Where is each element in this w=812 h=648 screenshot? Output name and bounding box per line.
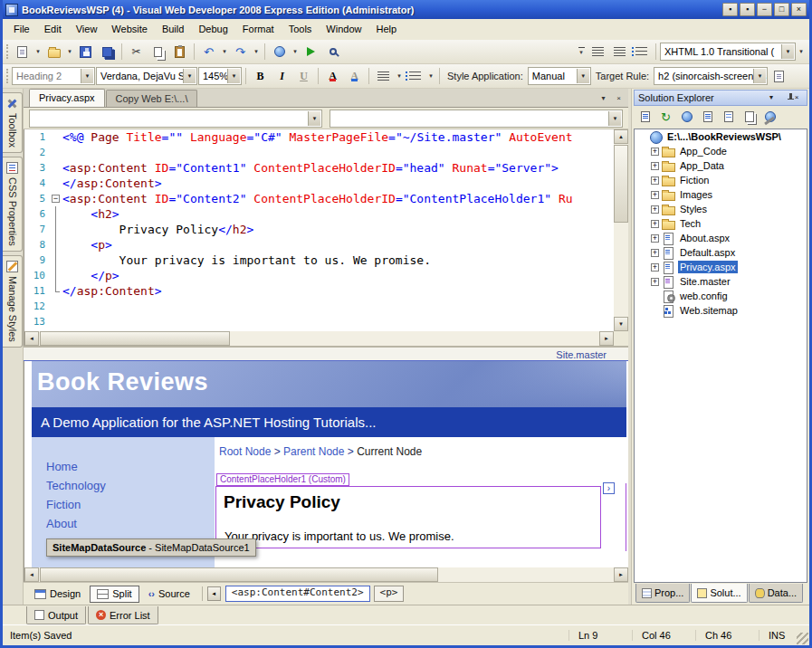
new-web-item-button[interactable]	[12, 42, 33, 62]
italic-button[interactable]: I	[272, 66, 292, 86]
breadcrumb-node[interactable]: Root Node	[219, 445, 271, 458]
copy-button[interactable]	[148, 42, 168, 62]
content-placeholder[interactable]: Privacy Policy Your privacy is important…	[215, 486, 601, 548]
chevron-down-icon[interactable]: ▼	[781, 44, 794, 59]
breadcrumb-node[interactable]: Parent Node	[283, 445, 344, 458]
tree-item[interactable]: +Default.aspx	[635, 245, 807, 260]
vertical-scrollbar[interactable]: ▲ ▼	[614, 129, 628, 331]
code-line[interactable]: 7 Privacy Policy</h2>	[24, 222, 614, 237]
smart-tag-button[interactable]: ›	[603, 482, 615, 494]
expander-icon[interactable]: +	[651, 205, 659, 214]
panel-tab-output[interactable]: Output	[26, 606, 86, 624]
redo-button[interactable]: ↷	[230, 42, 251, 62]
breadcrumb-node[interactable]: Current Node	[357, 445, 422, 458]
collapse-box[interactable]: −	[52, 195, 60, 203]
menu-item-format[interactable]: Format	[235, 19, 282, 40]
scroll-down-button[interactable]: ▼	[614, 317, 628, 331]
style-application-combo[interactable]: Manual ▼	[528, 67, 591, 85]
tool-window-title-bar[interactable]: Solution Explorer ▾ ×	[634, 90, 807, 106]
split-view-button[interactable]: Split	[90, 586, 139, 603]
open-file-button[interactable]	[43, 42, 64, 62]
menu-item-window[interactable]: Window	[319, 19, 368, 40]
start-debugging-button[interactable]	[301, 42, 321, 62]
expander-icon[interactable]: +	[651, 278, 659, 286]
aspnet-configuration-button[interactable]	[760, 108, 779, 126]
tree-item[interactable]: web.config	[635, 289, 807, 303]
master-page-label[interactable]: Site.master	[556, 349, 607, 360]
tree-item[interactable]: +Tech	[635, 216, 807, 231]
chevron-down-icon[interactable]: ▼	[183, 69, 196, 83]
underline-button[interactable]: U	[293, 66, 314, 86]
aux-button-1[interactable]: ▪	[722, 3, 738, 16]
scroll-right-button[interactable]: ►	[599, 331, 614, 346]
side-tab-manage-styles[interactable]: Manage Styles	[3, 255, 23, 348]
paste-button[interactable]	[169, 42, 190, 62]
aux-button-2[interactable]: ▪	[740, 3, 755, 16]
tree-item[interactable]: +About.aspx	[635, 231, 807, 245]
scroll-left-button[interactable]: ◄	[24, 331, 39, 346]
tool-tab-solut[interactable]: Solut...	[691, 584, 747, 603]
uncomment-button[interactable]	[609, 42, 630, 62]
design-view-button[interactable]: Design	[27, 586, 88, 603]
code-line[interactable]: 8 <p>	[24, 237, 614, 253]
expander-icon[interactable]: +	[651, 234, 659, 243]
tree-item[interactable]: +Styles	[635, 202, 807, 216]
tree-item[interactable]: +Images	[635, 187, 807, 202]
open-file-dropdown[interactable]: ▾	[65, 42, 74, 62]
nest-related-files-button[interactable]	[740, 108, 759, 126]
design-scroll-thumb[interactable]	[40, 567, 438, 582]
menu-item-tools[interactable]: Tools	[282, 19, 320, 40]
save-all-button[interactable]	[97, 42, 118, 62]
tree-item[interactable]: E:\...\BookReviewsWSP\	[635, 129, 807, 144]
menu-item-edit[interactable]: Edit	[37, 19, 69, 40]
list-button[interactable]	[405, 66, 425, 86]
list-dropdown[interactable]: ▾	[426, 66, 435, 86]
new-item-dropdown[interactable]: ▾	[33, 42, 43, 62]
comment-button[interactable]	[588, 42, 608, 62]
expander-icon[interactable]: +	[651, 191, 659, 199]
nav-link-about[interactable]: About	[32, 514, 215, 533]
properties-button[interactable]	[635, 108, 654, 126]
view-designer-button[interactable]	[719, 108, 738, 126]
design-horizontal-scrollbar[interactable]: ◄ ►	[24, 567, 628, 582]
code-surface[interactable]: 1<%@ Page Title="" Language="C#" MasterP…	[24, 129, 614, 331]
minimize-button[interactable]: −	[757, 3, 772, 16]
nav-link-home[interactable]: Home	[32, 457, 215, 476]
cut-button[interactable]: ✂	[126, 42, 147, 62]
tag-crumb[interactable]: <p>	[374, 586, 405, 602]
scroll-left-button[interactable]: ◄	[24, 567, 39, 582]
copy-web-site-button[interactable]	[677, 108, 696, 126]
scroll-right-button[interactable]: ►	[614, 567, 628, 582]
view-code-button[interactable]	[698, 108, 717, 126]
menu-item-debug[interactable]: Debug	[191, 19, 234, 40]
doctype-options-button[interactable]: ▾	[797, 42, 806, 62]
code-line[interactable]: 2	[24, 145, 614, 160]
tree-item[interactable]: +Privacy.aspx	[635, 260, 807, 274]
auto-hide-pin-button[interactable]	[778, 91, 790, 104]
expander-icon[interactable]: +	[651, 249, 659, 257]
close-document-button[interactable]: ×	[612, 91, 626, 105]
new-style-button[interactable]	[769, 66, 789, 86]
save-button[interactable]	[75, 42, 96, 62]
design-surface[interactable]: Book Reviews A Demo Application for the …	[24, 361, 628, 567]
code-line[interactable]: 4</asp:Content>	[24, 176, 614, 191]
font-color-button[interactable]: A	[322, 66, 343, 86]
side-tab-css-properties[interactable]: CSS Properties	[3, 157, 23, 252]
find-button[interactable]	[322, 42, 343, 62]
chevron-down-icon[interactable]: ▼	[577, 69, 589, 83]
code-line[interactable]: 11</asp:Content>	[24, 283, 614, 299]
tree-item[interactable]: +App_Data	[635, 158, 807, 173]
expander-icon[interactable]: +	[651, 263, 659, 272]
alignment-dropdown[interactable]: ▾	[395, 66, 404, 86]
tree-item[interactable]: Web.sitemap	[635, 303, 807, 318]
undo-button[interactable]: ↶	[198, 42, 219, 62]
vertical-scroll-thumb[interactable]	[614, 145, 628, 223]
menu-item-help[interactable]: Help	[368, 19, 404, 40]
nav-link-technology[interactable]: Technology	[32, 476, 215, 495]
tag-crumb[interactable]: <asp:Content#Content2>	[225, 586, 370, 602]
tag-navigator-back-button[interactable]: ◄	[207, 586, 221, 601]
code-line[interactable]: 1<%@ Page Title="" Language="C#" MasterP…	[24, 129, 614, 145]
menu-item-view[interactable]: View	[69, 19, 105, 40]
scroll-up-button[interactable]: ▲	[614, 129, 628, 144]
horizontal-scroll-thumb[interactable]	[40, 331, 230, 346]
